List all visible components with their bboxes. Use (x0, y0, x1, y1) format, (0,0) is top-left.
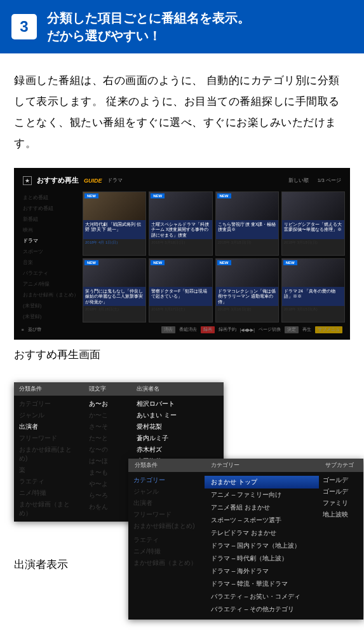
list-item[interactable]: ニメ/特撮 (133, 547, 199, 556)
list-item[interactable]: ら〜ろ (89, 491, 126, 500)
program-tile[interactable]: NEW笑う門には鬼もなし「仲良し嫁姑の華麗なる二人旅新事実が発覚か」2018年 … (83, 258, 146, 322)
tile-date: 2018年 3月18日(日) (216, 239, 278, 247)
new-badge: NEW (84, 193, 98, 198)
program-tile[interactable]: NEW土曜スペシャルドラマ「科捜チーム X捜査展開する事件の謎にせまる」捜査20… (149, 191, 212, 256)
category-row[interactable]: アニメ番組 おまかせ (205, 501, 319, 514)
panel-b-col-condition: カテゴリージャンル出演者フリーワードおまかせ録画(まとめ)ラエティニメ/特撮まか… (128, 472, 205, 620)
panel-b-col-category: おまかせ トップアニメ – ファミリー向けアニメ番組 おまかせスポーツ – スポ… (205, 472, 319, 620)
tile-date: 2018年 4月 1日(日) (83, 239, 145, 247)
panel-a-col-initial: あ〜おか〜こさ〜そた〜とな〜のは〜ほま〜もや〜よら〜ろわをん (84, 396, 131, 522)
caption-performer: 出演者表示 (14, 557, 68, 572)
sidebar-item[interactable]: 新番組 (23, 216, 79, 223)
list-item[interactable]: さ〜そ (89, 422, 126, 431)
category-row[interactable]: バラエティ – お笑い・コメディ (205, 590, 319, 603)
category-row[interactable]: ドラマ – 国内ドラマ（地上波） (205, 539, 319, 552)
sort-label: 新しい順 (288, 177, 309, 184)
category-row[interactable]: ドラマ – 時代劇（地上波） (205, 552, 319, 565)
program-tile[interactable]: NEWこちら警視庁 捜 査X課・極秘捜査員※2018年 3月18日(日) (215, 191, 279, 256)
panel-a-head-2: 頭文字 (84, 382, 131, 396)
list-item[interactable]: フリーワード (133, 510, 199, 519)
list-item[interactable]: あ〜お (89, 399, 126, 408)
list-item[interactable]: フリーワード (19, 434, 79, 443)
list-item[interactable]: ニメ/特撮 (19, 489, 79, 497)
program-tile[interactable]: NEWドラマコレクション「俺は係長!サラリーマン 通勤電車の侍」2018年 3月… (215, 258, 279, 322)
list-item[interactable]: おまかせ録画(まとめ) (19, 445, 79, 463)
program-tile[interactable]: リビングシアター「燃える大富豪探偵〜華麗なる推理」※2018年 3月18日(日) (281, 191, 345, 256)
sidebar-item[interactable]: 音楽 (23, 259, 79, 266)
tile-title: ドラマ 24 「真冬の愛の物語」※※ (282, 287, 344, 306)
list-item[interactable]: や〜よ (89, 480, 126, 489)
subcategory-item[interactable]: ゴールデ (323, 487, 360, 496)
panel-b-head-3: サブカテゴ (319, 459, 363, 472)
sidebar-item[interactable]: まとめ番組 (23, 194, 79, 201)
category-row[interactable]: ドラマ – 韓流・華流ドラマ (205, 578, 319, 590)
tile-title: 笑う門には鬼もなし「仲良し嫁姑の華麗なる二人旅新事実が発覚か」 (83, 287, 145, 306)
sidebar-item[interactable]: ドラマ (23, 237, 79, 244)
lead-paragraph: 録画した番組は、右の画面のように、 自動的にカテゴリ別に分類して表示します。 従… (14, 70, 350, 154)
category-filter-panel: 分類条件 カテゴリー サブカテゴ カテゴリージャンル出演者フリーワードおまかせ録… (128, 459, 363, 620)
screen1-footer: ≡並び替 消去番組消去 録画録画予約 |◀◀▶▶|ページ切換 決定再生 サブメニ… (19, 322, 345, 335)
sidebar-item[interactable]: おまかせ録画（まとめ） (23, 291, 79, 298)
panel-b-head-1: 分類条件 (128, 459, 205, 472)
category-row[interactable]: アニメ – ファミリー向け (205, 489, 319, 501)
list-item[interactable]: 楽 (19, 466, 79, 475)
program-tile[interactable]: NEWドラマ 24 「真冬の愛の物語」※※2018年 3月15日(木) (281, 258, 345, 322)
performer-name[interactable]: 赤木村ズ (137, 445, 219, 454)
new-badge: NEW (283, 260, 297, 265)
category-row[interactable]: おまかせ トップ (205, 476, 319, 489)
header-title: 分類した項目ごとに番組名を表示。 だから選びやすい！ (47, 9, 250, 45)
list-item[interactable]: 出演者 (19, 422, 79, 431)
sidebar-item[interactable]: バラエティ (23, 270, 79, 277)
category-row[interactable]: テレビドラマ おまかせ (205, 527, 319, 539)
list-item[interactable]: カテゴリー (19, 399, 79, 408)
list-item[interactable]: ラエティ (133, 536, 199, 544)
tile-title: 警察ドクターF「犯罪は現場で起きている」 (149, 287, 212, 306)
list-item[interactable]: おまかせ録画(まとめ) (133, 522, 199, 530)
panel-a-head-3: 出演者名 (131, 382, 224, 396)
sidebar-item[interactable]: アニメ/特撮 (23, 281, 79, 288)
list-item[interactable]: ジャンル (19, 411, 79, 420)
category-row[interactable]: スポーツ – スポーツ選手 (205, 514, 319, 527)
sidebar-item[interactable]: おすすめ番組 (23, 205, 79, 212)
list-item[interactable]: は〜ほ (89, 457, 126, 466)
list-item[interactable]: まかせ録画（まとめ） (19, 500, 79, 518)
list-item[interactable]: まかせ録画（まとめ） (133, 558, 199, 567)
list-item[interactable]: ラエティ (19, 477, 79, 486)
sidebar-item[interactable]: (未登録) (23, 313, 79, 320)
sidebar-item[interactable]: 映画 (23, 226, 79, 233)
category-row[interactable]: ドラマ – 海外ドラマ (205, 565, 319, 578)
screen1-header: ★ おすすめ再生 GUIDE ドラマ 新しい順 1/3 ページ (19, 173, 345, 188)
list-item[interactable]: な〜の (89, 445, 126, 454)
performer-name[interactable]: 蒼内ルミ子 (137, 434, 219, 443)
list-item[interactable]: 出演者 (133, 499, 199, 508)
tile-date: 2018年 3月18日(日) (149, 239, 212, 247)
program-tile[interactable]: NEW大河時代劇 「戦国武将列 伝 野 望!天 下 統一」2018年 4月 1日… (83, 191, 146, 256)
tile-date: 2018年 3月15日(木) (282, 306, 344, 314)
screen1-category: ドラマ (107, 177, 123, 184)
list-item[interactable]: カテゴリー (133, 476, 199, 485)
list-item[interactable]: ジャンル (133, 487, 199, 496)
subcategory-item[interactable]: ゴールデ (323, 476, 360, 485)
subcategory-item[interactable]: 地上波映 (323, 510, 360, 519)
performer-name[interactable]: 愛村花梨 (137, 422, 219, 431)
tile-title: 大河時代劇 「戦国武将列 伝 野 望!天 下 統一」 (83, 220, 145, 239)
sidebar-item[interactable]: (未登録) (23, 302, 79, 309)
list-item[interactable]: た〜と (89, 434, 126, 443)
list-item[interactable]: ま〜も (89, 468, 126, 477)
tile-title: こちら警視庁 捜 査X課・極秘捜査員※ (216, 220, 278, 239)
program-tile[interactable]: NEW警察ドクターF「犯罪は現場で起きている」2018年 3月17日(土) (149, 258, 212, 322)
category-row[interactable]: バラエティ – その他カテゴリ (205, 603, 319, 616)
subcategory-item[interactable]: ファミリ (323, 499, 360, 508)
step-number-badge: 3 (11, 14, 37, 39)
list-item[interactable]: か〜こ (89, 411, 126, 420)
list-item[interactable]: わをん (89, 503, 126, 511)
panel-b-col-subcategory: ゴールデゴールデファミリ地上波映 (319, 472, 363, 620)
performer-name[interactable]: 相沢ロバート (137, 399, 219, 408)
new-badge: NEW (151, 193, 165, 198)
recommended-playback-screen: ★ おすすめ再生 GUIDE ドラマ 新しい順 1/3 ページ まとめ番組おすす… (14, 168, 350, 340)
sidebar-item[interactable]: スポーツ (23, 248, 79, 255)
performer-name[interactable]: あいまい ミー (137, 411, 219, 420)
caption-recommended: おすすめ再生画面 (14, 347, 350, 362)
category-sidebar: まとめ番組おすすめ番組新番組映画ドラマスポーツ音楽バラエティアニメ/特撮おまかせ… (19, 191, 83, 322)
program-tile-grid: NEW大河時代劇 「戦国武将列 伝 野 望!天 下 統一」2018年 4月 1日… (83, 191, 345, 322)
